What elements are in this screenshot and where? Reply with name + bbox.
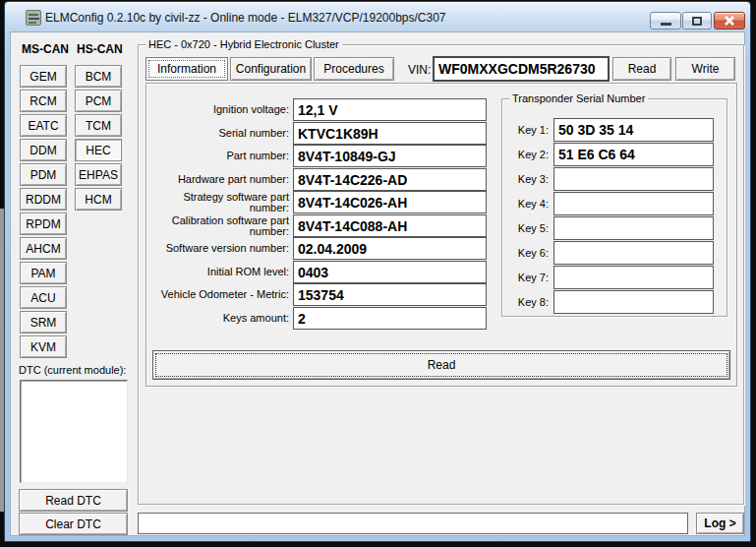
app-icon-detail [29, 14, 38, 16]
module-button-eatc[interactable]: EATC [20, 114, 67, 137]
field-label-software-version-number: Software version number: [147, 237, 289, 260]
ms-can-label: MS-CAN [22, 42, 69, 56]
vin-read-button[interactable]: Read [612, 57, 671, 81]
window-title: ELMConfig 0.2.10c by civil-zz - Online m… [45, 11, 446, 25]
module-button-ahcm[interactable]: AHCM [20, 237, 67, 260]
module-button-rcm[interactable]: RCM [20, 90, 67, 112]
minimize-button[interactable] [650, 12, 681, 30]
module-groupbox-title: HEC - 0x720 - Hybrid Electronic Cluster [145, 38, 342, 50]
tab-procedures[interactable]: Procedures [314, 57, 394, 81]
vin-write-button[interactable]: Write [675, 57, 735, 81]
tab-information[interactable]: Information [145, 57, 228, 81]
field-value-serial-number[interactable]: KTVC1K89H [293, 122, 487, 145]
module-button-srm[interactable]: SRM [20, 311, 67, 334]
key-2-label: Key 2: [507, 143, 549, 166]
field-label-calibration-software-part-number: Calibration software part number: [147, 214, 289, 237]
field-label-strategy-software-part-number: Strategy software part number: [147, 191, 289, 213]
vin-label: VIN: [408, 63, 431, 77]
vin-input[interactable] [433, 56, 610, 82]
module-button-hec-active[interactable]: HEC [75, 139, 122, 161]
maximize-button[interactable] [682, 12, 712, 30]
field-value-initial-rom-level[interactable]: 0403 [293, 261, 487, 283]
field-value-hardware-part-number[interactable]: 8V4T-14C226-AD [293, 168, 487, 191]
field-label-hardware-part-number: Hardware part number: [147, 168, 289, 191]
read-dtc-button[interactable]: Read DTC [19, 489, 128, 512]
module-button-pdm[interactable]: PDM [20, 163, 67, 186]
app-icon [26, 10, 41, 26]
field-value-strategy-software-part-number[interactable]: 8V4T-14C026-AH [293, 191, 487, 213]
module-button-rddm[interactable]: RDDM [20, 188, 67, 211]
tab-configuration[interactable]: Configuration [230, 57, 312, 81]
field-label-vehicle-odometer: Vehicle Odometer - Metric: [147, 283, 289, 306]
key-3-label: Key 3: [507, 167, 549, 191]
app-icon-detail [29, 22, 36, 24]
field-value-ignition-voltage[interactable]: 12,1 V [293, 98, 487, 121]
maximize-icon [692, 17, 702, 26]
close-button[interactable] [714, 12, 745, 30]
key-6-value[interactable] [553, 241, 714, 265]
module-button-bcm[interactable]: BCM [75, 65, 122, 88]
read-module-button[interactable]: Read [152, 350, 730, 380]
field-label-serial-number: Serial number: [147, 122, 289, 145]
module-button-rpdm[interactable]: RPDM [20, 213, 67, 235]
field-value-keys-amount[interactable]: 2 [293, 307, 487, 330]
field-label-initial-rom-level: Initial ROM level: [147, 261, 289, 283]
module-button-pam[interactable]: PAM [20, 262, 67, 284]
module-button-pcm[interactable]: PCM [75, 90, 122, 112]
transponder-groupbox-title: Transponder Serial Number [509, 92, 648, 104]
key-1-value[interactable]: 50 3D 35 14 [553, 118, 714, 142]
field-value-part-number[interactable]: 8V4T-10849-GJ [293, 145, 487, 167]
key-5-label: Key 5: [507, 216, 549, 240]
module-button-gem[interactable]: GEM [20, 65, 67, 88]
field-label-ignition-voltage: Ignition voltage: [147, 98, 289, 121]
key-3-value[interactable] [553, 167, 714, 191]
field-label-part-number: Part number: [147, 145, 289, 167]
module-button-hcm[interactable]: HCM [75, 188, 122, 211]
dtc-label: DTC (current module): [19, 364, 126, 376]
key-8-label: Key 8: [507, 290, 549, 314]
log-button[interactable]: Log > [696, 513, 744, 534]
field-value-software-version-number[interactable]: 02.04.2009 [293, 237, 487, 260]
close-icon [723, 15, 736, 27]
key-4-value[interactable] [553, 192, 714, 215]
dtc-listbox[interactable] [20, 380, 128, 483]
module-button-kvm[interactable]: KVM [20, 335, 67, 358]
module-button-ehpas[interactable]: EHPAS [75, 163, 122, 186]
module-button-tcm[interactable]: TCM [75, 114, 122, 137]
field-value-calibration-software-part-number[interactable]: 8V4T-14C088-AH [293, 214, 487, 237]
key-2-value[interactable]: 51 E6 C6 64 [553, 143, 714, 166]
key-6-label: Key 6: [507, 241, 549, 265]
minimize-icon [661, 23, 671, 26]
key-1-label: Key 1: [507, 118, 549, 142]
clear-dtc-button[interactable]: Clear DTC [19, 513, 128, 535]
field-value-vehicle-odometer[interactable]: 153754 [293, 283, 487, 306]
field-label-keys-amount: Keys amount: [147, 307, 289, 330]
key-7-label: Key 7: [507, 266, 549, 289]
key-7-value[interactable] [553, 266, 714, 289]
app-icon-detail [29, 18, 39, 20]
module-button-ddm[interactable]: DDM [20, 139, 67, 161]
hs-can-label: HS-CAN [77, 42, 123, 56]
log-input[interactable] [138, 513, 688, 534]
key-4-label: Key 4: [507, 192, 549, 215]
module-button-acu[interactable]: ACU [20, 286, 67, 309]
key-8-value[interactable] [553, 290, 714, 314]
key-5-value[interactable] [553, 216, 714, 240]
